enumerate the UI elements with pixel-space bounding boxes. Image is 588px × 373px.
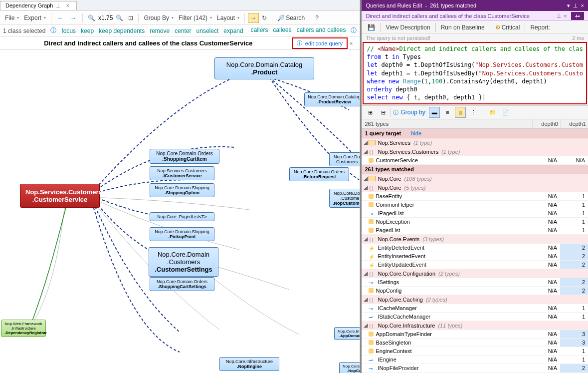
close-icon[interactable]: × — [581, 2, 584, 8]
file-menu[interactable]: File — [3, 13, 21, 22]
add-tab-button[interactable]: +▪ — [571, 12, 584, 20]
tree-row[interactable]: CustomerServiceN/AN/A — [362, 156, 588, 165]
layout-menu[interactable]: Layout — [215, 13, 241, 22]
code-editor[interactable]: // <Name>Direct and indirect callers and… — [363, 42, 587, 104]
col-types[interactable]: 261 types — [362, 119, 532, 128]
node-product[interactable]: Nop.Core.Domain.Catalog .Product — [214, 57, 314, 79]
callees-link[interactable]: callees — [273, 26, 291, 35]
refresh-button[interactable]: ↻ — [260, 13, 269, 22]
export-menu[interactable]: Export — [22, 13, 48, 22]
tree-toggle-icon[interactable]: ◢ — [364, 270, 369, 277]
help-button[interactable]: ? — [313, 13, 321, 22]
node-nopconfig[interactable]: Nop.Core.Configu .NopConfig — [339, 362, 360, 373]
node-customerservice-selected[interactable]: Nop.Services.Customers .CustomerService — [20, 184, 100, 208]
node-pagedlist[interactable]: Nop.Core .PagedList<T> — [150, 212, 214, 221]
tree-row[interactable]: ◢Nop.Core.Configuration(2 types) — [362, 269, 588, 278]
pin-icon[interactable]: ⊥ — [56, 2, 61, 9]
report-label[interactable]: Report: — [526, 22, 554, 32]
node-icustomerservice[interactable]: Nop.Services.Customers .ICustomerService — [150, 166, 214, 180]
tree-toggle-icon[interactable]: ◢ — [364, 296, 369, 303]
callers-link[interactable]: callers — [251, 26, 268, 35]
keep-dependents-link[interactable]: keep dependents — [99, 27, 145, 34]
zoom-fit-button[interactable]: ⊡ — [126, 13, 135, 22]
node-customersettings[interactable]: Nop.Core.Domain .Customers .CustomerSett… — [149, 247, 218, 277]
node-shippingoption[interactable]: Nop.Core.Domain.Shipping .ShippingOption — [150, 183, 214, 197]
unpin-icon[interactable]: ⊥ — [557, 12, 562, 19]
col-depth0[interactable]: depth0 — [532, 119, 560, 128]
tree-toggle-icon[interactable]: ◢ — [364, 175, 369, 182]
tree-toggle-icon[interactable]: ◢ — [364, 139, 369, 146]
critical-button[interactable]: ⚙ Critical — [491, 22, 524, 32]
keep-link[interactable]: keep — [81, 27, 94, 34]
filter-menu[interactable]: Filter (142) — [177, 13, 214, 22]
node-appdomaintype[interactable]: Nop.Core.Infrastructure .AppDomainType — [334, 327, 360, 340]
view-description-button[interactable]: View Description — [382, 22, 434, 32]
tree-toggle-icon[interactable]: ◢ — [364, 148, 369, 155]
node-customers-cus[interactable]: Nop.Core.Domain .Customers .Cus — [329, 152, 360, 166]
nav-back-button[interactable]: ← — [54, 13, 66, 22]
node-dependencyregistrar[interactable]: Nop.Web.Framework .Infrastructure .Depen… — [1, 320, 46, 337]
group-member-icon[interactable]: ⋮ — [468, 107, 479, 118]
pin-icon[interactable]: ⊥ — [573, 2, 578, 9]
document-icon[interactable]: 📄 — [500, 107, 511, 118]
tree-row[interactable]: EngineContextN/A1 — [362, 347, 588, 356]
node-productreview[interactable]: Nop.Core.Domain.Catalog .ProductReview — [304, 92, 360, 106]
tree-row[interactable]: EntityUpdatedEventN/A2 — [362, 261, 588, 269]
center-link[interactable]: center — [175, 27, 191, 34]
tree-row[interactable]: IEngineN/A1 — [362, 356, 588, 364]
node-shoppingcartsettings[interactable]: Nop.Core.Domain.Orders .ShoppingCartSett… — [150, 277, 214, 291]
save-button[interactable]: 💾 — [364, 22, 379, 32]
hide-link[interactable]: hide — [411, 130, 421, 136]
search-button[interactable]: 🔎 Search — [275, 13, 307, 22]
tree-row[interactable]: ◢Nop.Core(108 types) — [362, 174, 588, 183]
callers-callees-link[interactable]: callers and callees — [297, 26, 346, 35]
tree-row[interactable]: BaseSingletonN/A3 — [362, 339, 588, 347]
group-assembly-icon[interactable]: ▬ — [429, 107, 440, 118]
tree-toggle-icon[interactable]: ◢ — [364, 322, 369, 329]
dropdown-icon[interactable]: ▾ — [567, 2, 570, 9]
tree-row[interactable]: ICacheManagerN/A1 — [362, 304, 588, 313]
close-query-icon[interactable]: × — [562, 13, 569, 19]
close-title-icon[interactable]: × — [348, 40, 355, 46]
arrow-right-button[interactable]: → — [248, 13, 259, 23]
tab-dependency-graph[interactable]: Dependency Graph ⊥ × — [0, 1, 77, 10]
tree-row[interactable]: IPagedListN/A1 — [362, 209, 588, 218]
zoom-in-button[interactable]: 🔍 — [114, 13, 125, 22]
expand-all-icon[interactable]: ⊞ — [365, 107, 376, 118]
tree-toggle-icon[interactable]: ◢ — [364, 184, 369, 191]
focus-link[interactable]: focus — [61, 27, 76, 34]
tree-row[interactable]: ◢Nop.Core.Infrastructure(11 types) — [362, 321, 588, 330]
tree-row[interactable]: NopExceptionN/A1 — [362, 218, 588, 226]
tree-row[interactable]: IStaticCacheManagerN/A1 — [362, 313, 588, 321]
tree-row[interactable]: ◢Nop.Core.Caching(2 types) — [362, 295, 588, 304]
node-nopengine[interactable]: Nop.Core.Infrastructure .NopEngine — [219, 357, 279, 371]
node-returnrequest[interactable]: Nop.Core.Domain.Orders .ReturnRequest — [289, 167, 349, 181]
tree-row[interactable]: PagedListN/A1 — [362, 226, 588, 235]
group-namespace-icon[interactable]: ≡ — [442, 107, 453, 118]
tree-toggle-icon[interactable]: ◢ — [364, 236, 369, 242]
graph-canvas[interactable]: Nop.Services.Customers .CustomerService … — [0, 50, 360, 373]
tree-row[interactable]: EntityInsertedEventN/A2 — [362, 252, 588, 261]
tree-row[interactable]: AppDomainTypeFinderN/A3 — [362, 330, 588, 339]
tree-row[interactable]: ◢Nop.Core(5 types) — [362, 183, 588, 192]
tree-row[interactable]: EntityDeletedEventN/A2 — [362, 244, 588, 252]
zoom-out-button[interactable]: 🔍 — [86, 13, 97, 22]
tree-row[interactable]: ◢Nop.Services.Customers(1 type) — [362, 147, 588, 156]
col-depth1[interactable]: depth1 — [560, 119, 588, 128]
tree-row[interactable]: ISettingsN/A2 — [362, 278, 588, 287]
results-tree[interactable]: 261 types depth0 depth1 1 query targethi… — [362, 119, 588, 373]
groupby-menu[interactable]: Group By — [142, 13, 176, 22]
nav-fwd-button[interactable]: → — [67, 13, 79, 22]
tree-row[interactable]: BaseEntityN/A1 — [362, 192, 588, 201]
collapse-all-icon[interactable]: ⊟ — [378, 107, 389, 118]
close-icon[interactable]: × — [64, 2, 71, 8]
run-baseline-button[interactable]: Run on Baseline — [437, 22, 489, 32]
tree-row[interactable]: CommonHelperN/A1 — [362, 201, 588, 209]
expand-link[interactable]: expand — [223, 27, 243, 34]
node-shoppingcartitem[interactable]: Nop.Core.Domain.Orders .ShoppingCartItem — [150, 149, 219, 164]
tree-row[interactable]: INopFileProviderN/A2 — [362, 364, 588, 373]
unselect-link[interactable]: unselect — [196, 27, 219, 34]
tree-row[interactable]: ◢Nop.Services(1 type) — [362, 138, 588, 147]
remove-link[interactable]: remove — [150, 27, 170, 34]
tree-row[interactable]: ◢Nop.Core.Events(3 types) — [362, 235, 588, 244]
